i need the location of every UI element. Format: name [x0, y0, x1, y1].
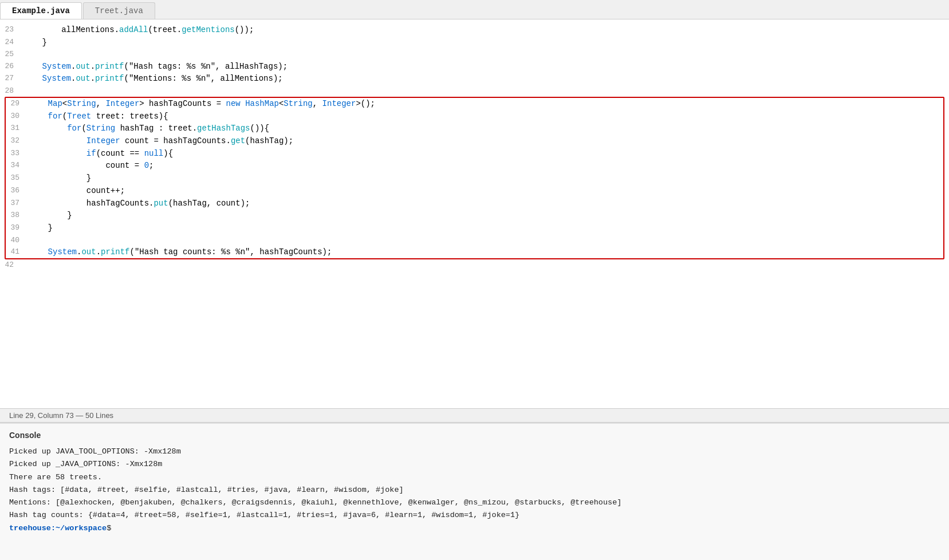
code-line-36: 36 count++;	[6, 185, 943, 198]
tab-example-java[interactable]: Example.java	[0, 2, 82, 19]
code-line-26: 26 System.out.printf("Hash tags: %s %n",…	[0, 61, 949, 73]
status-bar: Line 29, Column 73 — 50 Lines	[0, 408, 949, 423]
code-line-39: 39 }	[6, 222, 943, 235]
console-title: Console	[9, 431, 940, 440]
code-line-34: 34 count = 0;	[6, 160, 943, 172]
console-output-line: Picked up _JAVA_OPTIONS: -Xmx128m	[9, 458, 940, 471]
code-line-35: 35 }	[6, 172, 943, 185]
code-line-29: 29 Map<String, Integer> hashTagCounts = …	[6, 98, 943, 111]
console-output-line: Hash tags: [#data, #treet, #selfie, #las…	[9, 484, 940, 496]
console-output: Picked up JAVA_TOOL_OPTIONS: -Xmx128mPic…	[9, 445, 940, 535]
highlight-block: 29 Map<String, Integer> hashTagCounts = …	[5, 97, 944, 259]
console-output-line: Mentions: [@alexhocken, @benjakuben, @ch…	[9, 496, 940, 509]
code-line-28: 28	[0, 85, 949, 97]
code-line-33: 33 if(count == null){	[6, 148, 943, 160]
code-line-31: 31 for(String hashTag : treet.getHashTag…	[6, 123, 943, 135]
code-container: 23 allMentions.addAll(treet.getMentions(…	[0, 19, 949, 276]
tab-bar: Example.java Treet.java	[0, 0, 949, 19]
code-line-24: 24 }	[0, 37, 949, 49]
console-output-line: Picked up JAVA_TOOL_OPTIONS: -Xmx128m	[9, 445, 940, 458]
console-output-line: Hash tag counts: {#data=4, #treet=58, #s…	[9, 509, 940, 522]
code-line-32: 32 Integer count = hashTagCounts.get(has…	[6, 135, 943, 148]
tab-treet-java[interactable]: Treet.java	[83, 2, 155, 19]
code-line-27: 27 System.out.printf("Mentions: %s %n", …	[0, 73, 949, 85]
code-line-30: 30 for(Treet treet: treets){	[6, 111, 943, 123]
editor-area: 23 allMentions.addAll(treet.getMentions(…	[0, 19, 949, 408]
code-line-23: 23 allMentions.addAll(treet.getMentions(…	[0, 24, 949, 37]
console-output-line: There are 58 treets.	[9, 471, 940, 484]
code-line-38: 38 }	[6, 210, 943, 222]
code-line-25: 25	[0, 49, 949, 60]
console-area: Console Picked up JAVA_TOOL_OPTIONS: -Xm…	[0, 423, 949, 560]
code-line-41: 41 System.out.printf("Hash tag counts: %…	[6, 246, 943, 259]
console-prompt-line: treehouse:~/workspace$	[9, 522, 940, 535]
code-line-42: 42	[0, 259, 949, 271]
code-line-40: 40	[6, 235, 943, 246]
code-line-37: 37 hashTagCounts.put(hashTag, count);	[6, 198, 943, 210]
